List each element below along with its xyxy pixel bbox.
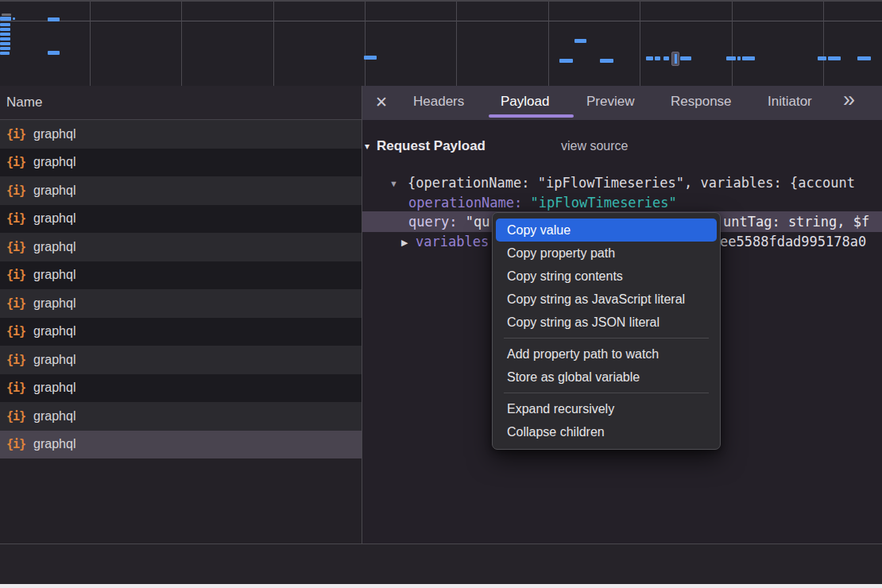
- json-file-icon: {i}: [6, 296, 25, 311]
- request-row[interactable]: {i}graphql: [0, 205, 362, 234]
- timeline-bar: [574, 39, 586, 43]
- menu-item-store-as-global-variable[interactable]: Store as global variable: [496, 366, 717, 389]
- collapse-triangle-icon[interactable]: ▼: [389, 179, 398, 188]
- property-value: "ipFlowTimeseries": [531, 195, 677, 211]
- request-row[interactable]: {i}graphql: [0, 346, 362, 374]
- timeline-bar: [0, 42, 10, 45]
- timeline-bar: [655, 56, 660, 60]
- request-row[interactable]: {i}graphql: [0, 120, 362, 149]
- json-file-icon: {i}: [6, 155, 25, 169]
- menu-item-copy-string-as-javascript-literal[interactable]: Copy string as JavaScript literal: [496, 288, 717, 311]
- menu-item-copy-property-path[interactable]: Copy property path: [496, 242, 717, 265]
- property-key: operationName:: [408, 195, 522, 211]
- overview-gridline: [90, 2, 91, 87]
- json-file-icon: {i}: [6, 324, 25, 338]
- menu-item-collapse-children[interactable]: Collapse children: [496, 420, 717, 443]
- payload-root-row[interactable]: ▼ {operationName: "ipFlowTimeseries", va…: [362, 173, 882, 193]
- window-bottom-edge: [0, 584, 882, 588]
- json-file-icon: {i}: [6, 381, 25, 395]
- request-name-label: graphql: [33, 437, 75, 451]
- timeline-bar: [0, 52, 10, 55]
- request-name-label: graphql: [33, 184, 75, 198]
- section-title: Request Payload: [377, 138, 485, 154]
- context-menu: Copy valueCopy property pathCopy string …: [492, 212, 721, 450]
- overview-gridline: [732, 2, 733, 87]
- view-source-link[interactable]: view source: [561, 139, 628, 153]
- name-column-label: Name: [6, 95, 42, 110]
- overview-gridline: [548, 2, 549, 87]
- request-row[interactable]: {i}graphql: [0, 233, 362, 261]
- timeline-bar: [600, 59, 613, 63]
- request-name-label: graphql: [33, 324, 75, 338]
- overview-gridline: [365, 2, 366, 87]
- overview-marker-bar: [675, 54, 677, 64]
- timeline-bar: [680, 56, 691, 60]
- timeline-bar: [646, 56, 653, 60]
- overview-gridline: [823, 2, 824, 87]
- payload-root-preview: {operationName: "ipFlowTimeseries", vari…: [408, 175, 882, 191]
- menu-item-add-property-path-to-watch[interactable]: Add property path to watch: [496, 342, 717, 366]
- overview-gridline: [181, 2, 182, 87]
- tab-headers[interactable]: Headers: [413, 94, 464, 110]
- timeline-bar: [0, 17, 11, 21]
- section-collapse-icon[interactable]: ▾: [365, 141, 369, 152]
- timeline-bar: [857, 56, 871, 60]
- tab-preview[interactable]: Preview: [586, 94, 634, 110]
- timeline-bar: [726, 56, 736, 60]
- property-value-right: ee5588fdad995178a0: [720, 234, 866, 250]
- timeline-bar: [0, 23, 10, 26]
- summary-footer: [0, 544, 882, 584]
- request-list: {i}graphql{i}graphql{i}graphql{i}graphql…: [0, 120, 362, 458]
- request-row[interactable]: {i}graphql: [0, 149, 362, 177]
- property-value-right: untTag: string, $f: [723, 214, 869, 230]
- request-row[interactable]: {i}graphql: [0, 374, 362, 403]
- menu-item-copy-string-as-json-literal[interactable]: Copy string as JSON literal: [496, 311, 717, 334]
- timeline-bar: [13, 17, 15, 20]
- timeline-bar: [0, 33, 10, 36]
- expand-triangle-icon[interactable]: ▶: [401, 238, 408, 248]
- request-name-label: graphql: [33, 409, 75, 424]
- json-file-icon: {i}: [6, 184, 25, 198]
- request-name-label: graphql: [33, 353, 75, 367]
- overview-gridline: [640, 2, 640, 87]
- overview-horizontal-gridline: [0, 21, 882, 21]
- timeline-bar: [0, 47, 10, 50]
- timeline-bar: [742, 56, 755, 60]
- timeline-bar: [0, 28, 10, 31]
- timeline-bar: [828, 56, 841, 60]
- close-icon[interactable]: ✕: [375, 93, 388, 111]
- request-payload-section-header[interactable]: ▾ Request Payload view source: [362, 137, 882, 157]
- timeline-bar: [737, 56, 741, 60]
- request-row[interactable]: {i}graphql: [0, 289, 362, 318]
- menu-item-copy-value[interactable]: Copy value: [496, 219, 717, 242]
- request-row-selected[interactable]: {i}graphql: [0, 431, 362, 459]
- request-row[interactable]: {i}graphql: [0, 318, 362, 346]
- timeline-bar: [559, 59, 573, 63]
- json-file-icon: {i}: [6, 268, 25, 282]
- network-overview-timeline[interactable]: [0, 0, 882, 86]
- tab-payload[interactable]: Payload: [501, 94, 549, 110]
- more-tabs-icon[interactable]: »: [843, 87, 855, 112]
- name-column-header[interactable]: Name: [0, 86, 362, 120]
- request-name-label: graphql: [33, 155, 75, 169]
- request-row[interactable]: {i}graphql: [0, 402, 362, 431]
- request-name-label: graphql: [33, 127, 75, 141]
- request-row[interactable]: {i}graphql: [0, 261, 362, 290]
- menu-divider: [504, 393, 709, 393]
- request-name-label: graphql: [33, 211, 75, 226]
- menu-divider: [504, 338, 709, 338]
- menu-item-copy-string-contents[interactable]: Copy string contents: [496, 265, 717, 288]
- timeline-bar: [0, 37, 10, 41]
- property-key: query:: [408, 214, 457, 230]
- json-file-icon: {i}: [6, 409, 25, 424]
- request-name-label: graphql: [33, 268, 75, 282]
- tab-response[interactable]: Response: [671, 94, 732, 110]
- menu-item-expand-recursively[interactable]: Expand recursively: [496, 397, 717, 420]
- property-key: variables: [416, 234, 489, 250]
- detail-tab-bar: ✕ HeadersPayloadPreviewResponseInitiator…: [362, 86, 882, 120]
- payload-property-row[interactable]: operationName: "ipFlowTimeseries": [362, 193, 882, 213]
- request-row[interactable]: {i}graphql: [0, 176, 362, 205]
- request-name-label: graphql: [33, 296, 75, 311]
- tab-initiator[interactable]: Initiator: [768, 94, 812, 110]
- request-name-label: graphql: [33, 240, 75, 254]
